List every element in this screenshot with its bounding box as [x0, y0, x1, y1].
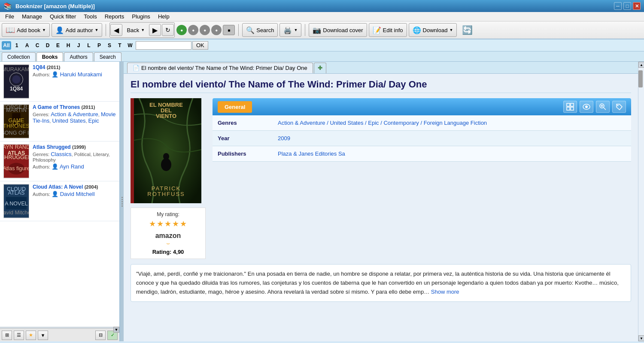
list-item[interactable]: AYN RAND ATLAS SHRUGGED Atlas figure Atl…	[0, 141, 119, 181]
book-title[interactable]: 1Q84 (2011)	[33, 64, 116, 70]
menu-reports[interactable]: Reports	[101, 12, 128, 21]
search-button[interactable]: 🔍 Search	[242, 23, 278, 37]
grid-view-button[interactable]: ⊞	[2, 331, 12, 340]
author-link[interactable]: 👤 David Mitchell	[52, 191, 95, 197]
forward-button[interactable]: ▶	[149, 24, 161, 36]
filter-ok-button[interactable]: OK	[192, 41, 208, 50]
filter-j[interactable]: J	[74, 41, 83, 50]
add-tab-button[interactable]: ✚	[314, 63, 326, 73]
print-button[interactable]: 🖨️ ▼	[279, 23, 301, 37]
book-list: MURAKAMI 1Q84 1Q84 (2011) Authors: 👤 Har…	[0, 62, 119, 327]
filter-t[interactable]: T	[115, 41, 125, 50]
nav-dot-3: ●	[200, 25, 210, 35]
detail-tab-book[interactable]: 📄 El nombre del viento/ The Name of The …	[127, 63, 313, 73]
print-icon: 🖨️	[283, 26, 292, 34]
genre-contemporary-link[interactable]: Contemporary	[383, 120, 419, 126]
list-item[interactable]: GEORGE R.R. MARTIN GAME OF THRONES A SON…	[0, 102, 119, 141]
filter-search-input[interactable]	[136, 41, 191, 50]
right-panel: 📄 El nombre del viento/ The Name of The …	[124, 62, 638, 341]
filter-d[interactable]: D	[43, 41, 52, 50]
menu-bar: File Manage Quick filter Tools Reports P…	[0, 12, 644, 21]
star-filter-button[interactable]: ★	[26, 331, 36, 340]
publisher-link[interactable]: Plaza & Janes Editories Sa	[278, 150, 345, 157]
globe-icon: 🌐	[413, 26, 421, 34]
separator-3	[305, 24, 305, 36]
menu-plugins[interactable]: Plugins	[128, 12, 154, 21]
filter-e[interactable]: E	[53, 41, 63, 50]
filter-1[interactable]: 1	[12, 41, 21, 50]
menu-file[interactable]: File	[2, 12, 18, 21]
genre-epic-link[interactable]: Epic	[368, 120, 379, 126]
right-scrollbar: ▲ ▼	[638, 62, 644, 341]
list-item[interactable]: CLOUD ATLAS A NOVEL David Mitchell Cloud…	[0, 181, 119, 221]
book-title[interactable]: Atlas Shrugged (1999)	[33, 144, 116, 150]
general-tab[interactable]: General	[218, 101, 252, 113]
back-dropdown-icon: ▼	[141, 28, 145, 32]
search-detail-icon[interactable]	[596, 101, 610, 113]
filter-icon-button[interactable]: ⊟	[95, 331, 106, 340]
filter-w[interactable]: W	[125, 41, 135, 50]
scroll-up-arrow[interactable]: ▲	[638, 62, 644, 68]
back-button[interactable]: ◀	[110, 24, 122, 36]
download-cover-button[interactable]: 📷 Download cover	[309, 23, 367, 37]
tab-authors[interactable]: Authors	[64, 52, 93, 61]
table-view-icon[interactable]	[563, 101, 577, 113]
menu-quick-filter[interactable]: Quick filter	[46, 12, 79, 21]
filter-all[interactable]: All	[2, 41, 11, 50]
book-title[interactable]: Cloud Atlas: A Novel (2004)	[33, 184, 116, 190]
scroll-thumb[interactable]	[638, 70, 643, 87]
tab-collection[interactable]: Collection	[2, 52, 36, 61]
nav-stop-button[interactable]: ■	[223, 25, 235, 35]
menu-tools[interactable]: Tools	[80, 12, 100, 21]
filter-c[interactable]: C	[33, 41, 42, 50]
scroll-down-arrow[interactable]: ▼	[638, 335, 644, 341]
back-label-button[interactable]: Back ▼	[123, 23, 148, 37]
filter-h[interactable]: H	[64, 41, 73, 50]
menu-help[interactable]: Help	[155, 12, 173, 21]
genre-link-1[interactable]: Action & Adventure	[51, 111, 98, 117]
add-book-button[interactable]: 📖 Add book ▼	[2, 23, 50, 37]
add-author-button[interactable]: 👤 Add author ▼	[52, 23, 103, 37]
download-button[interactable]: 🌐 Download ▼	[409, 23, 457, 37]
minimize-button[interactable]: ─	[614, 2, 622, 10]
tag-icon[interactable]	[612, 101, 626, 113]
filter-l[interactable]: L	[84, 41, 94, 50]
menu-manage[interactable]: Manage	[18, 12, 46, 21]
preview-icon[interactable]	[580, 101, 593, 113]
genre-link-3[interactable]: United States	[52, 117, 85, 124]
resize-handle[interactable]	[120, 62, 124, 341]
tab-search[interactable]: Search	[94, 52, 122, 61]
scroll-down-arrow[interactable]: ▼	[113, 327, 119, 333]
filter-s[interactable]: S	[105, 41, 114, 50]
show-more-link[interactable]: Show more	[431, 289, 459, 295]
genres-row: Genres Action & Adventure / United State…	[213, 115, 631, 131]
genre-action-link[interactable]: Action & Adventure	[278, 120, 325, 126]
genre-link[interactable]: Classics	[51, 151, 71, 157]
genre-foreign-link[interactable]: Foreign Language Fiction	[424, 120, 487, 126]
maximize-button[interactable]: □	[623, 2, 631, 10]
filter-dropdown-button[interactable]: ▼	[38, 331, 48, 340]
tab-books[interactable]: Books	[36, 52, 64, 61]
author-link[interactable]: 👤 Ayn Rand	[52, 163, 84, 170]
filter-p[interactable]: P	[94, 41, 104, 50]
close-button[interactable]: ✕	[633, 2, 641, 10]
list-item[interactable]: MURAKAMI 1Q84 1Q84 (2011) Authors: 👤 Har…	[0, 62, 119, 102]
info-table: Genres Action & Adventure / United State…	[213, 115, 631, 162]
filter-bar: All 1 A C D E H J L P S T W OK	[0, 39, 644, 51]
refresh-button[interactable]: ↻	[162, 24, 174, 36]
svg-point-39	[585, 105, 588, 108]
filter-a[interactable]: A	[22, 41, 32, 50]
genre-link-4[interactable]: Epic	[88, 117, 99, 124]
add-book-icon: 📖	[6, 25, 15, 35]
book-meta: Genres: Action & Adventure, Movie Tie-In…	[33, 111, 116, 124]
download-cover-icon: 📷	[313, 26, 321, 34]
detail-tab-icon: 📄	[133, 65, 140, 71]
author-link[interactable]: 👤 Haruki Murakami	[52, 71, 102, 78]
edit-info-button[interactable]: 📝 Edit info	[369, 23, 407, 37]
list-view-button[interactable]: ☰	[14, 331, 24, 340]
book-title[interactable]: A Game of Thrones (2011)	[33, 104, 116, 110]
year-value: 2009	[273, 131, 631, 146]
update-button[interactable]: 🔄	[459, 23, 476, 37]
genre-us-link[interactable]: United States	[330, 120, 363, 126]
info-header-icons	[563, 101, 626, 113]
